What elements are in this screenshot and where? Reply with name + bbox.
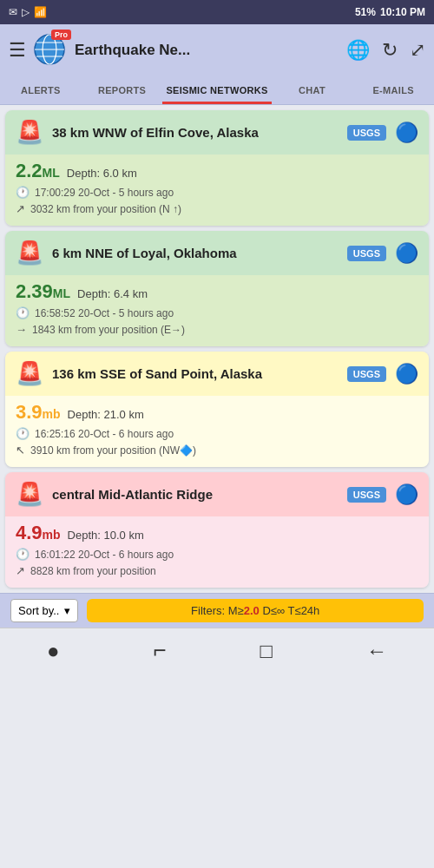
nav-overview-icon[interactable]: □ [260, 639, 273, 663]
globe-icon[interactable]: 🌐 [346, 39, 370, 62]
quake-depth-3: Depth: 21.0 km [68, 408, 144, 421]
quake-depth-1: Depth: 6.0 km [67, 167, 137, 180]
quake-icon-1: 🚨 [16, 119, 43, 146]
quake-card-4: 🚨 central Mid-Atlantic Ridge USGS 🔵 4.9m… [5, 472, 429, 588]
status-bar: ✉ ▷ 📶 51% 10:10 PM [0, 0, 434, 24]
quake-card-3: 🚨 136 km SSE of Sand Point, Alaska USGS … [5, 352, 429, 467]
clock-icon-1: 🕐 [16, 186, 30, 199]
quake-distance-1: ↗ 3032 km from your position (N ↑) [16, 202, 418, 215]
compass-icon-3: ↖ [16, 444, 25, 457]
app-title: Earthquake Ne... [75, 42, 339, 59]
tab-reports[interactable]: REPORTS [82, 76, 163, 104]
sort-arrow: ▾ [64, 604, 70, 617]
quake-depth-2: Depth: 6.4 km [77, 287, 148, 300]
tab-seismic-networks[interactable]: SEISMIC NETWORKS [162, 76, 271, 104]
usgs-badge-3[interactable]: USGS [347, 366, 386, 382]
quake-body-2: 2.39ML Depth: 6.4 km 🕐 16:58:52 20-Oct -… [5, 275, 429, 346]
usgs-badge-1[interactable]: USGS [347, 125, 386, 141]
quake-time-4: 🕐 16:01:22 20-Oct - 6 hours ago [16, 548, 418, 561]
quake-body-3: 3.9mb Depth: 21.0 km 🕐 16:25:16 20-Oct -… [5, 396, 429, 467]
compass-icon-2: → [16, 323, 27, 336]
quake-time-2: 🕐 16:58:52 20-Oct - 5 hours ago [16, 306, 418, 319]
navigation-bar: ● ⌐ □ ← [0, 628, 434, 676]
status-left-icons: ✉ ▷ 📶 [9, 6, 47, 18]
quake-distance-4: ↗ 8828 km from your position [16, 564, 418, 577]
quake-header-1: 🚨 38 km WNW of Elfin Cove, Alaska USGS 🔵 [5, 110, 429, 155]
quake-title-3[interactable]: 136 km SSE of Sand Point, Alaska [52, 365, 339, 383]
quake-body-4: 4.9mb Depth: 10.0 km 🕐 16:01:22 20-Oct -… [5, 516, 429, 588]
header-actions: 🌐 ↻ ⤢ [346, 39, 425, 62]
sort-label: Sort by.. [18, 604, 59, 617]
quake-header-3: 🚨 136 km SSE of Sand Point, Alaska USGS … [5, 352, 429, 396]
quake-title-1[interactable]: 38 km WNW of Elfin Cove, Alaska [52, 124, 339, 141]
quake-icon-4: 🚨 [16, 481, 43, 508]
quake-body-1: 2.2ML Depth: 6.0 km 🕐 17:00:29 20-Oct - … [5, 155, 429, 226]
nav-recent-icon[interactable]: ⌐ [153, 637, 166, 664]
battery-level: 51% [355, 6, 376, 18]
quake-title-2[interactable]: 6 km NNE of Loyal, Oklahoma [52, 245, 339, 262]
clock-icon-4: 🕐 [16, 548, 30, 561]
tab-emails[interactable]: E-MAILS [352, 76, 434, 104]
nav-back-icon[interactable]: ← [366, 639, 387, 663]
quake-distance-3: ↖ 3910 km from your position (NW🔷) [16, 444, 418, 457]
usgs-badge-2[interactable]: USGS [347, 246, 386, 261]
quake-magnitude-4: 4.9mb [16, 522, 61, 544]
app-header: ☰ Pro Earthquake Ne... 🌐 ↻ ⤢ [0, 24, 434, 76]
quake-header-2: 🚨 6 km NNE of Loyal, Oklahoma USGS 🔵 [5, 231, 429, 275]
tab-alerts[interactable]: ALERTS [0, 76, 82, 104]
quake-magnitude-2: 2.39ML [16, 280, 70, 303]
quake-time-1: 🕐 17:00:29 20-Oct - 5 hours ago [16, 186, 418, 199]
quake-card-1: 🚨 38 km WNW of Elfin Cove, Alaska USGS 🔵… [5, 110, 429, 226]
quake-magnitude-1: 2.2ML [16, 160, 60, 182]
sort-dropdown[interactable]: Sort by.. ▾ [10, 599, 78, 622]
share-button-2[interactable]: 🔵 [395, 242, 418, 265]
share-button-3[interactable]: 🔵 [395, 363, 418, 385]
filter-rest: D≤∞ T≤24h [262, 604, 319, 617]
quake-header-4: 🚨 central Mid-Atlantic Ridge USGS 🔵 [5, 472, 429, 516]
play-icon: ▷ [22, 6, 30, 18]
tab-bar: ALERTS REPORTS SEISMIC NETWORKS CHAT E-M… [0, 76, 434, 105]
filter-label: Filters: M≥ [191, 604, 244, 617]
quake-distance-2: → 1843 km from your position (E→) [16, 323, 418, 336]
share-button-4[interactable]: 🔵 [395, 483, 418, 506]
app-logo: Pro [33, 33, 68, 68]
quake-depth-4: Depth: 10.0 km [68, 529, 144, 542]
clock: 10:10 PM [380, 6, 425, 18]
status-right: 51% 10:10 PM [355, 6, 425, 18]
tab-chat[interactable]: CHAT [272, 76, 353, 104]
clock-icon-2: 🕐 [16, 306, 30, 319]
filter-badge[interactable]: Filters: M≥2.0 D≤∞ T≤24h [87, 599, 424, 622]
earthquake-list: 🚨 38 km WNW of Elfin Cove, Alaska USGS 🔵… [0, 105, 434, 593]
quake-icon-2: 🚨 [16, 240, 43, 266]
refresh-icon[interactable]: ↻ [382, 39, 398, 62]
quake-time-3: 🕐 16:25:16 20-Oct - 6 hours ago [16, 427, 418, 440]
menu-icon[interactable]: ☰ [9, 39, 26, 62]
quake-magnitude-3: 3.9mb [16, 401, 61, 424]
filter-magnitude: 2.0 [244, 604, 260, 617]
bottom-bar: Sort by.. ▾ Filters: M≥2.0 D≤∞ T≤24h [0, 593, 434, 628]
expand-icon[interactable]: ⤢ [410, 39, 425, 62]
compass-icon-1: ↗ [16, 202, 25, 215]
compass-icon-4: ↗ [16, 564, 25, 577]
quake-icon-3: 🚨 [16, 360, 43, 387]
nav-home-icon[interactable]: ● [47, 639, 60, 663]
pro-badge: Pro [51, 30, 71, 40]
clock-icon-3: 🕐 [16, 427, 30, 440]
quake-card-2: 🚨 6 km NNE of Loyal, Oklahoma USGS 🔵 2.3… [5, 231, 429, 346]
quake-title-4[interactable]: central Mid-Atlantic Ridge [52, 486, 339, 503]
signal-icon: 📶 [34, 6, 47, 18]
usgs-badge-4[interactable]: USGS [347, 487, 386, 503]
message-icon: ✉ [9, 6, 17, 18]
share-button-1[interactable]: 🔵 [395, 122, 418, 144]
